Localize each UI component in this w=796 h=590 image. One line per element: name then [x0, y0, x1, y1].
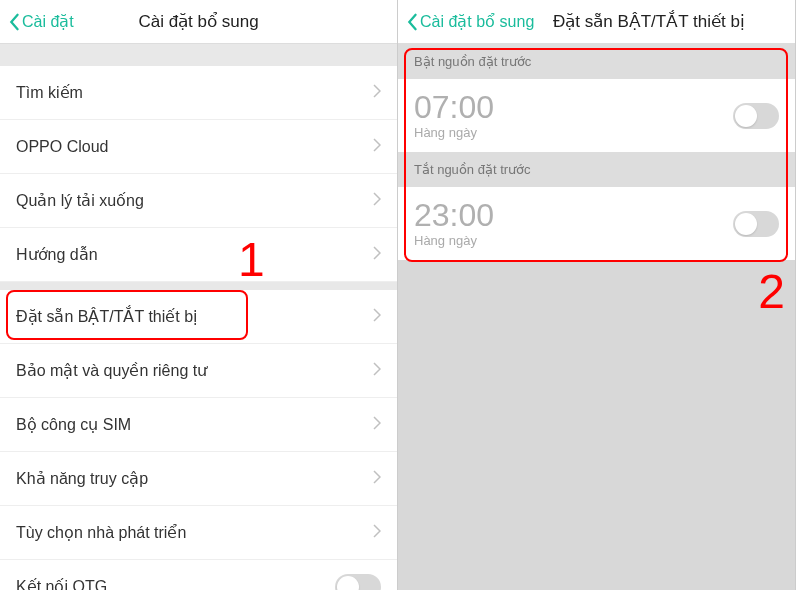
chevron-right-icon [373, 362, 381, 380]
schedule-power-on-item[interactable]: 07:00 Hàng ngày [398, 79, 795, 152]
spacer [0, 44, 397, 66]
item-sim-toolkit[interactable]: Bộ công cụ SIM [0, 398, 397, 452]
item-oppo-cloud[interactable]: OPPO Cloud [0, 120, 397, 174]
toggle-switch[interactable] [733, 211, 779, 237]
annotation-number: 2 [758, 264, 785, 319]
item-guide[interactable]: Hướng dẫn [0, 228, 397, 282]
item-label: Hướng dẫn [16, 245, 373, 264]
screen-schedule-power: Cài đặt bổ sung Đặt sẵn BẬT/TẮT thiết bị… [398, 0, 796, 590]
toggle-switch[interactable] [335, 574, 381, 591]
back-button[interactable]: Cài đặt [8, 12, 74, 31]
item-developer-options[interactable]: Tùy chọn nhà phát triển [0, 506, 397, 560]
item-label: Tìm kiếm [16, 83, 373, 102]
screen-additional-settings: Cài đặt Cài đặt bổ sung Tìm kiếm OPPO Cl… [0, 0, 398, 590]
item-accessibility[interactable]: Khả năng truy cập [0, 452, 397, 506]
item-security-privacy[interactable]: Bảo mật và quyền riêng tư [0, 344, 397, 398]
back-label: Cài đặt bổ sung [420, 12, 534, 31]
item-label: Khả năng truy cập [16, 469, 373, 488]
chevron-right-icon [373, 416, 381, 434]
time-value: 07:00 [414, 91, 733, 123]
chevron-right-icon [373, 470, 381, 488]
chevron-right-icon [373, 84, 381, 102]
header-bar: Cài đặt bổ sung Đặt sẵn BẬT/TẮT thiết bị [398, 0, 795, 44]
chevron-left-icon [406, 13, 418, 31]
chevron-right-icon [373, 308, 381, 326]
settings-list: Tìm kiếm OPPO Cloud Quản lý tải xuống Hư… [0, 44, 397, 590]
toggle-switch[interactable] [733, 103, 779, 129]
item-label: Kết nối OTG [16, 577, 335, 590]
schedule-list: Bật nguồn đặt trước 07:00 Hàng ngày Tắt … [398, 44, 795, 260]
item-label: Tùy chọn nhà phát triển [16, 523, 373, 542]
item-otg[interactable]: Kết nối OTG [0, 560, 397, 590]
item-downloads[interactable]: Quản lý tải xuống [0, 174, 397, 228]
schedule-power-off-item[interactable]: 23:00 Hàng ngày [398, 187, 795, 260]
chevron-right-icon [373, 192, 381, 210]
time-frequency: Hàng ngày [414, 125, 733, 140]
item-search[interactable]: Tìm kiếm [0, 66, 397, 120]
time-value: 23:00 [414, 199, 733, 231]
section-header-power-off: Tắt nguồn đặt trước [398, 152, 795, 187]
item-label: Đặt sẵn BẬT/TẮT thiết bị [16, 307, 373, 326]
item-label: Bộ công cụ SIM [16, 415, 373, 434]
back-label: Cài đặt [22, 12, 74, 31]
item-schedule-power[interactable]: Đặt sẵn BẬT/TẮT thiết bị [0, 290, 397, 344]
chevron-right-icon [373, 524, 381, 542]
item-label: Bảo mật và quyền riêng tư [16, 361, 373, 380]
time-info: 23:00 Hàng ngày [414, 199, 733, 248]
chevron-right-icon [373, 246, 381, 264]
header-bar: Cài đặt Cài đặt bổ sung [0, 0, 397, 44]
spacer [0, 282, 397, 290]
time-info: 07:00 Hàng ngày [414, 91, 733, 140]
item-label: OPPO Cloud [16, 138, 373, 156]
item-label: Quản lý tải xuống [16, 191, 373, 210]
chevron-right-icon [373, 138, 381, 156]
section-header-power-on: Bật nguồn đặt trước [398, 44, 795, 79]
time-frequency: Hàng ngày [414, 233, 733, 248]
back-button[interactable]: Cài đặt bổ sung [406, 12, 534, 31]
chevron-left-icon [8, 13, 20, 31]
